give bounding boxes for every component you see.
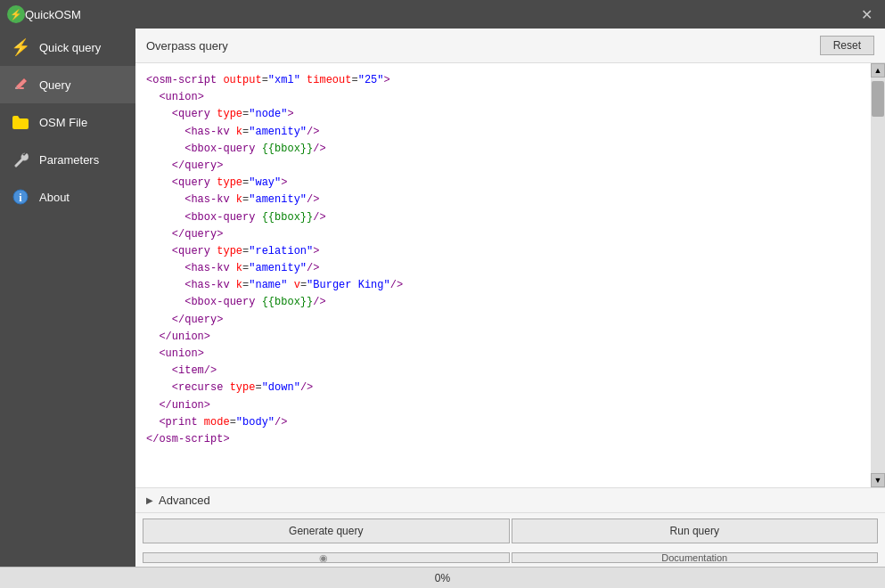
partial-left-button[interactable]: ◉ — [143, 552, 510, 563]
sidebar-label-parameters: Parameters — [39, 153, 99, 167]
generate-query-button[interactable]: Generate query — [143, 519, 510, 543]
lightning-icon: ⚡ — [11, 37, 30, 57]
advanced-arrow-icon: ▶ — [146, 495, 153, 505]
overpass-panel: Overpass query Reset <osm-script output=… — [135, 29, 885, 567]
main-layout: ⚡ Quick query Query OSM File — [0, 29, 885, 567]
bottom-buttons-row2: ◉ Documentation — [135, 549, 885, 567]
overpass-title: Overpass query — [146, 39, 228, 53]
app-title: QuickOSM — [25, 8, 856, 21]
sidebar-item-osm-file[interactable]: OSM File — [0, 103, 135, 141]
scrollbar-track[interactable]: ▲ ▼ — [871, 63, 885, 487]
app-logo: ⚡ — [7, 5, 25, 23]
scroll-down-arrow[interactable]: ▼ — [871, 473, 885, 487]
sidebar-item-quick-query[interactable]: ⚡ Quick query — [0, 29, 135, 66]
bottom-buttons-row1: Generate query Run query — [135, 512, 885, 549]
reset-button[interactable]: Reset — [820, 36, 874, 55]
close-button[interactable]: ✕ — [856, 4, 878, 25]
sidebar-label-osm-file: OSM File — [39, 116, 87, 129]
status-text: 0% — [435, 572, 450, 584]
advanced-section[interactable]: ▶ Advanced — [135, 487, 885, 512]
sidebar-item-about[interactable]: i About — [0, 178, 135, 216]
documentation-button[interactable]: Documentation — [512, 552, 879, 563]
sidebar-label-query: Query — [39, 78, 70, 92]
wrench-icon — [11, 150, 30, 169]
advanced-label: Advanced — [159, 494, 210, 507]
sidebar-item-query[interactable]: Query — [0, 66, 135, 103]
sidebar: ⚡ Quick query Query OSM File — [0, 29, 135, 567]
title-bar: ⚡ QuickOSM ✕ — [0, 0, 885, 29]
scroll-up-arrow[interactable]: ▲ — [871, 63, 885, 78]
folder-icon — [11, 112, 30, 132]
code-editor[interactable]: <osm-script output="xml" timeout="25"> <… — [135, 63, 871, 487]
status-bar: 0% — [0, 567, 885, 588]
pencil-icon — [11, 75, 30, 94]
sidebar-label-quick-query: Quick query — [39, 41, 101, 54]
overpass-header: Overpass query Reset — [135, 29, 885, 63]
run-query-button[interactable]: Run query — [512, 519, 879, 543]
sidebar-label-about: About — [39, 191, 70, 204]
info-icon: i — [11, 187, 30, 207]
sidebar-item-parameters[interactable]: Parameters — [0, 141, 135, 178]
content-area: Overpass query Reset <osm-script output=… — [135, 29, 885, 567]
scroll-thumb[interactable] — [872, 81, 884, 117]
